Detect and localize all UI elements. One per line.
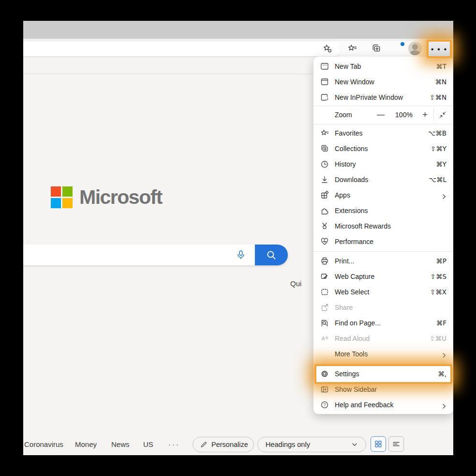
microsoft-logo-icon xyxy=(51,186,73,208)
microphone-icon[interactable] xyxy=(235,249,247,261)
rewards-notification-dot xyxy=(401,42,404,46)
menu-item-print[interactable]: Print... ⌘P xyxy=(313,253,453,269)
menu-item-new-inprivate-window[interactable]: New InPrivate Window ⇧⌘N xyxy=(313,90,453,105)
web-select-icon xyxy=(320,288,329,296)
menu-shortcut: ⇧⌘N xyxy=(430,93,446,101)
menu-item-find-on-page[interactable]: Find on Page... ⌘F xyxy=(313,315,453,331)
menu-label: Show Sidebar xyxy=(335,385,446,393)
footer-link-coronavirus[interactable]: Coronavirus xyxy=(24,440,63,448)
menu-item-more-tools[interactable]: More Tools xyxy=(313,346,453,362)
add-favorite-star-icon[interactable] xyxy=(322,43,333,54)
new-tab-icon xyxy=(320,62,329,71)
fullscreen-icon[interactable] xyxy=(439,111,446,119)
web-capture-icon xyxy=(320,272,329,281)
screenshot-frame: • • • Microsoft Qui Corona xyxy=(0,0,476,476)
zoom-divider xyxy=(433,108,434,121)
menu-shortcut: ⌘N xyxy=(435,78,446,86)
menu-item-history[interactable]: History ⌘Y xyxy=(313,156,453,172)
menu-item-performance[interactable]: Performance xyxy=(313,234,453,249)
zoom-in-button[interactable]: + xyxy=(422,109,428,120)
download-arrow-icon xyxy=(320,175,329,184)
logo-square-green xyxy=(62,186,73,197)
profile-avatar[interactable] xyxy=(408,42,422,55)
menu-item-web-select[interactable]: Web Select ⇧⌘X xyxy=(313,284,453,300)
grid-view-icon xyxy=(374,440,382,448)
inprivate-window-icon xyxy=(320,93,329,102)
personalize-button[interactable]: Personalize xyxy=(193,437,254,452)
microsoft-wordmark: Microsoft xyxy=(79,185,162,209)
partial-quick-links-text: Qui xyxy=(290,279,301,288)
menu-label: Web Select xyxy=(335,288,430,296)
zoom-spacer xyxy=(320,110,329,119)
history-clock-icon xyxy=(320,160,329,169)
favorites-star-icon xyxy=(320,129,329,138)
logo-square-yellow xyxy=(62,198,73,208)
show-sidebar-icon xyxy=(320,385,329,394)
new-window-icon xyxy=(320,77,329,86)
menu-label: Read Aloud xyxy=(335,335,430,342)
pencil-icon xyxy=(200,441,208,448)
favorites-icon[interactable] xyxy=(346,43,358,54)
read-aloud-icon: A xyxy=(320,334,329,343)
menu-label: Find on Page... xyxy=(335,319,436,327)
list-view-button[interactable] xyxy=(388,436,404,452)
menu-label: More Tools xyxy=(335,350,442,358)
chevron-down-icon xyxy=(351,441,358,448)
view-mode-dropdown[interactable]: Headings only xyxy=(257,437,366,452)
annotation-highlight-settings xyxy=(314,364,452,384)
apps-icon xyxy=(320,191,329,200)
footer-link-money[interactable]: Money xyxy=(75,440,97,448)
footer-link-us[interactable]: US xyxy=(143,440,153,448)
menu-label: Extensions xyxy=(335,207,446,215)
collections-icon[interactable] xyxy=(371,43,382,54)
menu-item-help-and-feedback[interactable]: ? Help and Feedback xyxy=(313,397,453,413)
menu-shortcut: ⇧⌘S xyxy=(431,273,446,280)
menu-label: Share xyxy=(335,304,446,311)
more-tools-spacer xyxy=(320,350,329,358)
performance-heart-icon xyxy=(320,237,329,246)
menu-item-new-window[interactable]: New Window ⌘N xyxy=(313,74,453,90)
submenu-chevron-icon xyxy=(442,352,446,356)
menu-label: Web Capture xyxy=(335,273,431,280)
menu-label: Favorites xyxy=(335,129,428,137)
footer-link-news[interactable]: News xyxy=(111,440,130,448)
menu-divider xyxy=(313,124,453,124)
menu-item-apps[interactable]: Apps xyxy=(313,187,453,203)
avatar-head xyxy=(412,44,418,50)
menu-item-zoom: Zoom — 100% + xyxy=(313,106,453,123)
submenu-chevron-icon xyxy=(442,193,446,198)
annotation-highlight-more-button xyxy=(427,40,452,58)
search-bar xyxy=(23,245,288,265)
browser-overflow-menu: New Tab ⌘T New Window ⌘N New InPrivate W… xyxy=(313,57,453,414)
puzzle-piece-icon xyxy=(320,206,329,215)
footer-more-links-button[interactable]: ··· xyxy=(168,440,180,448)
zoom-out-button[interactable]: — xyxy=(377,110,385,119)
menu-item-downloads[interactable]: Downloads ⌥⌘L xyxy=(313,172,453,187)
printer-icon xyxy=(320,257,329,265)
address-bar[interactable] xyxy=(23,42,340,56)
menu-item-favorites[interactable]: Favorites ⌥⌘B xyxy=(313,125,453,141)
menu-shortcut: ⌘T xyxy=(436,62,446,70)
svg-text:A: A xyxy=(322,336,326,341)
menu-item-extensions[interactable]: Extensions xyxy=(313,203,453,218)
search-input[interactable] xyxy=(23,245,255,265)
menu-item-web-capture[interactable]: Web Capture ⇧⌘S xyxy=(313,269,453,284)
zoom-label: Zoom xyxy=(335,111,377,119)
menu-label: Microsoft Rewards xyxy=(335,222,446,230)
menu-shortcut: ⌘P xyxy=(436,257,446,265)
menu-label: Downloads xyxy=(335,176,429,184)
menu-item-new-tab[interactable]: New Tab ⌘T xyxy=(313,59,453,74)
search-button[interactable] xyxy=(255,245,288,265)
grid-view-button[interactable] xyxy=(371,436,386,452)
menu-item-microsoft-rewards[interactable]: Microsoft Rewards xyxy=(313,218,453,234)
tab-bar xyxy=(23,21,453,39)
menu-item-collections[interactable]: Collections ⇧⌘Y xyxy=(313,141,453,156)
menu-label: History xyxy=(335,160,436,168)
menu-label: Apps xyxy=(335,191,442,199)
menu-divider xyxy=(313,251,453,252)
menu-shortcut: ⇧⌘U xyxy=(430,335,446,342)
menu-label: New InPrivate Window xyxy=(335,93,430,101)
svg-text:?: ? xyxy=(323,402,326,407)
menu-label: New Window xyxy=(335,78,435,86)
menu-item-share: Share xyxy=(313,300,453,315)
